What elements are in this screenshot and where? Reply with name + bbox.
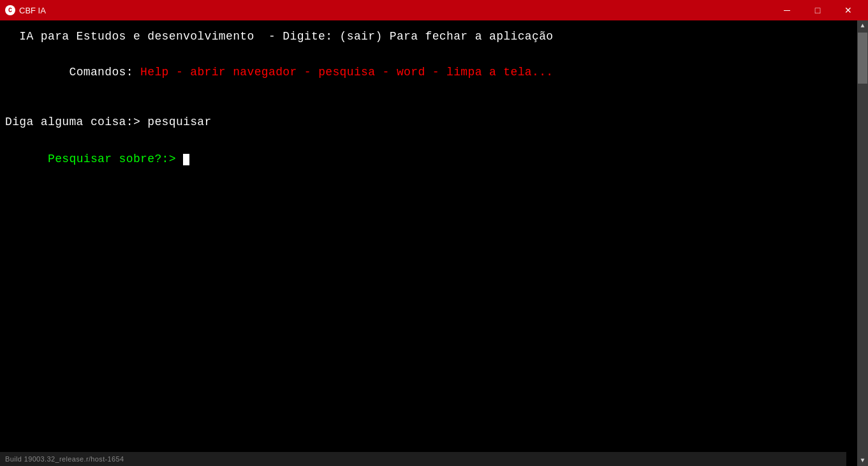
status-bar: Build 19003.32_release.r/host-1654: [0, 452, 846, 466]
search-prompt-line: Pesquisar sobre?:>: [5, 133, 852, 185]
commands-red-text: Help - abrir navegador - pesquisa - word…: [140, 66, 553, 79]
search-prompt-text: Pesquisar sobre?:>: [48, 153, 183, 165]
close-button[interactable]: ✕: [834, 0, 863, 20]
scroll-up-arrow[interactable]: ▲: [857, 20, 868, 31]
cursor: [183, 154, 189, 165]
scrollbar[interactable]: ▲ ▼: [857, 20, 868, 466]
prompt-line: Diga alguma coisa:> pesquisar: [5, 114, 852, 131]
commands-label: Comandos:: [48, 66, 140, 79]
window-title: CBF IA: [19, 6, 46, 15]
intro-line: IA para Estudos e desenvolvimento - Digi…: [5, 28, 852, 45]
main-area: IA para Estudos e desenvolvimento - Digi…: [0, 20, 868, 466]
window-controls: ─ □ ✕: [772, 0, 863, 20]
commands-line: Comandos: Help - abrir navegador - pesqu…: [5, 47, 852, 98]
minimize-button[interactable]: ─: [772, 0, 802, 20]
terminal[interactable]: IA para Estudos e desenvolvimento - Digi…: [0, 20, 857, 466]
app-icon: C: [5, 5, 15, 15]
scrollbar-track[interactable]: [857, 31, 868, 455]
maximize-button[interactable]: □: [803, 0, 832, 20]
scrollbar-thumb[interactable]: [858, 33, 867, 84]
title-bar-left: C CBF IA: [5, 5, 46, 15]
scroll-down-arrow[interactable]: ▼: [857, 455, 868, 466]
status-text: Build 19003.32_release.r/host-1654: [5, 454, 124, 465]
title-bar: C CBF IA ─ □ ✕: [0, 0, 868, 20]
